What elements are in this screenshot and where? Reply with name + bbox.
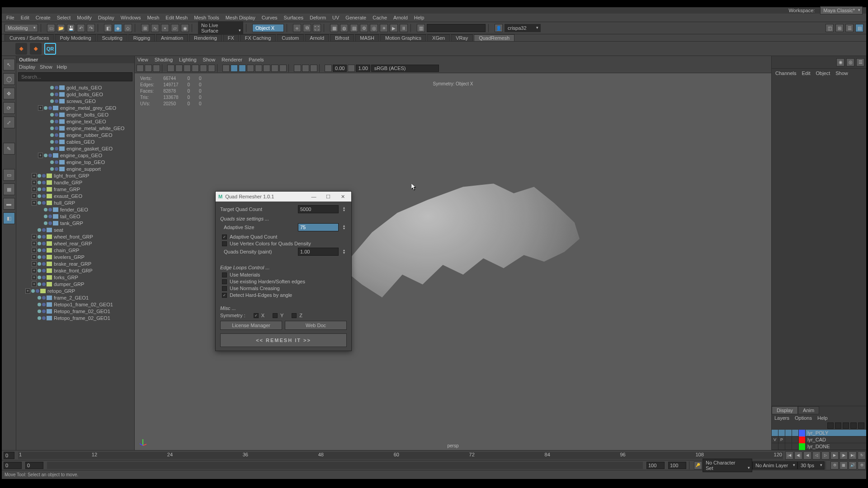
move-tool-icon[interactable]: ✥ (3, 88, 15, 99)
vp-safe-action-icon[interactable] (200, 65, 207, 72)
shelf-bifrost[interactable]: Bifrost (330, 34, 354, 42)
light-editor-icon[interactable]: ☀ (380, 24, 388, 32)
cb-menu-object[interactable]: Object (816, 70, 830, 76)
save-scene-icon[interactable]: 💾 (67, 24, 75, 32)
toggle-attr-editor-icon[interactable]: ☰ (845, 24, 854, 32)
outliner-item[interactable]: +wheel_rear_GRP (16, 240, 134, 247)
cb-menu-edit[interactable]: Edit (802, 70, 810, 76)
pref-key-icon[interactable]: ⚙ (830, 461, 839, 469)
use-normals-check[interactable]: Use Normals Creasing (220, 286, 347, 291)
layer-tab-display[interactable]: Display (772, 406, 798, 414)
snap-grid-icon[interactable]: ⊞ (141, 24, 149, 32)
vp-safe-title-icon[interactable] (208, 65, 215, 72)
shelf-poly-modeling[interactable]: Poly Modeling (55, 34, 96, 42)
outliner-item[interactable]: engine_top_GEO (16, 159, 134, 165)
outliner-item[interactable]: +hull_GRP (16, 199, 134, 206)
render-view-icon[interactable]: ▦ (330, 24, 338, 32)
shelf-mash[interactable]: MASH (355, 34, 379, 42)
layer-item[interactable]: lyr_POLY (772, 430, 866, 436)
toggle-grid-icon[interactable]: ⊞ (835, 24, 844, 32)
shelf-vray[interactable]: VRay (451, 34, 473, 42)
menu-select[interactable]: Select (54, 14, 74, 21)
toggle-channel-box-icon[interactable]: ▤ (855, 24, 863, 32)
vp-menu-lighting[interactable]: Lighting (179, 57, 197, 62)
menu-create[interactable]: Create (33, 14, 53, 21)
menu-mesh-display[interactable]: Mesh Display (223, 14, 258, 21)
account-dropdown[interactable]: crispa32 (505, 24, 541, 32)
shelf-fx[interactable]: FX (223, 34, 239, 42)
time-current[interactable] (4, 452, 14, 459)
snap-plane-icon[interactable]: ▱ (171, 24, 179, 32)
target-quad-input[interactable]: 5000 (298, 205, 339, 213)
quads-density-spinner[interactable]: ▲▼ (341, 249, 347, 254)
outliner-item[interactable]: +forks_GRP (16, 274, 134, 281)
vp-film-gate-icon[interactable] (175, 65, 183, 72)
goto-end-icon[interactable]: ▶| (849, 451, 857, 460)
render-icon[interactable]: ⛶ (313, 24, 321, 32)
layer-menu-layers[interactable]: Layers (774, 415, 789, 421)
menu-help[interactable]: Help (411, 14, 427, 21)
vertex-colors-check[interactable]: Use Vertex Colors for Quads Density (220, 241, 347, 246)
outliner-item[interactable]: gold_nuts_GEO (16, 84, 134, 91)
hypergraph-icon[interactable]: ⧉ (303, 24, 311, 32)
outliner-item[interactable]: +handle_GRP (16, 179, 134, 186)
layout-outliner-icon[interactable]: ◧ (3, 212, 15, 224)
outliner-menu-show[interactable]: Show (40, 64, 52, 70)
menu-cache[interactable]: Cache (370, 14, 390, 21)
outliner-item[interactable]: +wheel_front_GRP (16, 233, 134, 240)
outliner-item[interactable]: cables_GEO (16, 138, 134, 145)
scale-tool-icon[interactable]: ⤢ (3, 117, 15, 128)
shelf-sculpting[interactable]: Sculpting (97, 34, 127, 42)
layer-move-up-icon[interactable] (827, 422, 834, 429)
target-quad-spinner[interactable]: ▲▼ (341, 206, 347, 212)
live-surface-dropdown[interactable]: No Live Surface (198, 21, 243, 35)
use-harden-check[interactable]: Use existing Harden/Soften edges (220, 279, 347, 284)
menu-generate[interactable]: Generate (343, 14, 369, 21)
step-back-key-icon[interactable]: ◀| (794, 451, 802, 460)
vp-wireframe-icon[interactable] (222, 65, 230, 72)
snap-curve-icon[interactable]: ∿ (151, 24, 159, 32)
outliner-item[interactable]: +engine_caps_GEO (16, 152, 134, 159)
pause-icon[interactable]: ⏸ (400, 24, 408, 32)
outliner-item[interactable]: +light_front_GRP (16, 172, 134, 179)
lasso-tool-icon[interactable]: ◯ (3, 73, 15, 85)
vp-iso-select-icon[interactable] (294, 65, 301, 72)
account-icon[interactable]: 👤 (495, 24, 503, 32)
symmetry-field[interactable]: Object X (252, 24, 284, 32)
undo-icon[interactable]: ↶ (77, 24, 85, 32)
cb-toggle3-icon[interactable]: ☰ (856, 58, 864, 66)
layer-tab-anim[interactable]: Anim (798, 406, 819, 414)
outliner-item[interactable]: +chain_GRP (16, 247, 134, 253)
outliner-item[interactable]: screws_GEO (16, 98, 134, 104)
outliner-item[interactable]: +exaust_GEO (16, 192, 134, 199)
vp-shaded-icon[interactable] (231, 65, 238, 72)
outliner-item[interactable]: +retopo_GRP (16, 287, 134, 294)
shelf-arnold[interactable]: Arnold (305, 34, 329, 42)
outliner-item[interactable]: engine_bolts_GEO (16, 111, 134, 118)
vp-bookmark-icon[interactable] (145, 65, 152, 72)
detect-hard-check[interactable]: ✓Detect Hard-Edges by angle (220, 292, 347, 298)
outliner-item[interactable]: +levelers_GRP (16, 253, 134, 260)
vp-shadows-icon[interactable] (255, 65, 262, 72)
shelf-quadremesh[interactable]: QuadRemesh (474, 34, 514, 42)
cb-toggle1-icon[interactable]: ◉ (836, 58, 844, 66)
menuset-dropdown[interactable]: Modeling (5, 24, 38, 32)
layer-add-sel-icon[interactable] (843, 422, 849, 429)
menu-edit-mesh[interactable]: Edit Mesh (163, 14, 190, 21)
shelf-custom[interactable]: Custom (277, 34, 304, 42)
menu-curves[interactable]: Curves (259, 14, 280, 21)
cb-menu-channels[interactable]: Channels (775, 70, 796, 76)
step-fwd-key-icon[interactable]: |▶ (840, 451, 848, 460)
outliner-item[interactable]: +brake_rear_GRP (16, 260, 134, 267)
outliner-item[interactable]: engine_rubber_GEO (16, 131, 134, 138)
cb-menu-show[interactable]: Show (835, 70, 848, 76)
quick-search-input[interactable] (427, 24, 486, 32)
menu-mesh-tools[interactable]: Mesh Tools (191, 14, 222, 21)
range-slider[interactable]: 🔑 No Character Set No Anim Layer 30 fps … (2, 460, 866, 470)
cb-toggle2-icon[interactable]: ◎ (846, 58, 854, 66)
outliner-item[interactable]: engine_metal_white_GEO (16, 125, 134, 131)
select-type-icon[interactable]: ◧ (104, 24, 112, 32)
adaptive-size-input[interactable]: 75 (298, 223, 339, 231)
new-scene-icon[interactable]: ▭ (47, 24, 55, 32)
vp-colorspace-dropdown[interactable]: sRGB (ACES) (371, 65, 439, 72)
